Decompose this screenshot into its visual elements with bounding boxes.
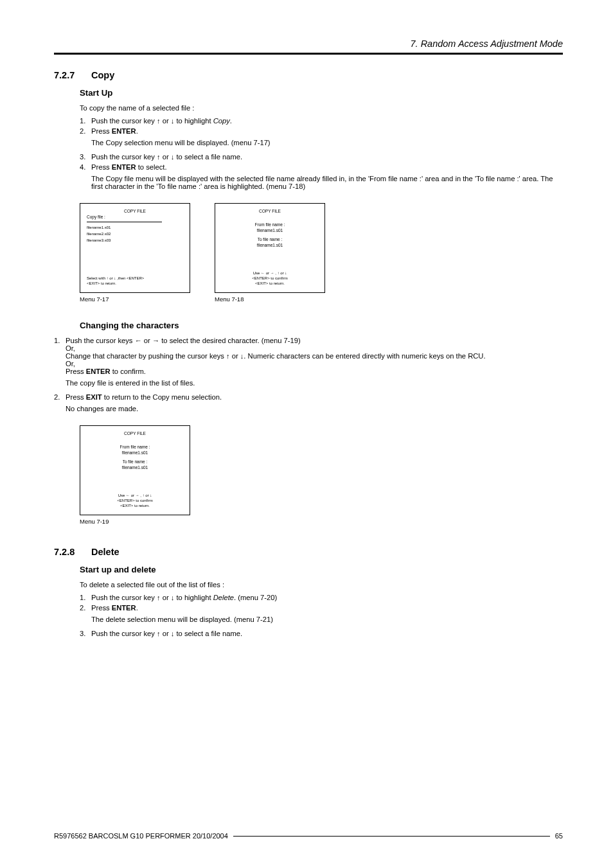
text: . [136, 127, 138, 135]
step-result: The copy file is entered in the list of … [66, 379, 563, 387]
text: Push the cursor key [91, 630, 157, 637]
intro-para: To copy the name of a selected file : [80, 104, 563, 112]
menu-footer: Select with ↑ or ↓ ,then <ENTER> <EXIT> … [80, 276, 190, 286]
step-text: Push the cursor key ↑ or ↓ to select a f… [91, 630, 563, 637]
text: Press [91, 127, 112, 135]
step-number: 1. [80, 594, 91, 601]
menu-caption: Menu 7-18 [215, 296, 325, 303]
text: Push the cursor key [91, 594, 157, 601]
step-number: 2. [80, 127, 91, 150]
menu-line: From file name : [87, 445, 183, 450]
step-text: Press ENTER to select. The Copy file men… [91, 163, 563, 194]
menu-frame: COPY FILE From file name : filename1.s01… [215, 203, 325, 293]
step-text: Press EXIT to return to the Copy menu se… [66, 393, 563, 416]
or: Or, [66, 360, 563, 368]
section-number: 7.2.8 [54, 547, 91, 557]
page: 7. Random Access Adjustment Mode 7.2.7 C… [0, 0, 613, 868]
step-number: 2. [80, 604, 91, 627]
text: or [161, 117, 171, 125]
menu-footer: Use ← or → , ↑ or ↓ <ENTER> to confirm <… [80, 493, 190, 508]
text: Change that character by pushing the cur… [66, 352, 226, 360]
menu-line: filename1.s01 [87, 225, 183, 230]
step-result: The Copy selection menu will be displaye… [91, 139, 563, 146]
text: or [142, 337, 152, 344]
menu-line: filename2.s02 [87, 231, 183, 236]
emphasis: Copy [213, 117, 230, 125]
section-title: Delete [91, 547, 120, 557]
section-title: Copy [91, 70, 114, 80]
menu-line: filename1.s01 [222, 243, 318, 249]
text: Push the cursor keys [66, 337, 135, 344]
strong: EXIT [86, 393, 102, 401]
page-footer: R5976562 BARCOSLM G10 PERFORMER 20/10/20… [54, 832, 563, 840]
text: to select. [136, 163, 167, 171]
text: Press [91, 163, 112, 171]
text: Press [66, 368, 86, 375]
text: . Numeric characters can be entered dire… [244, 352, 485, 360]
footer-left: R5976562 BARCOSLM G10 PERFORMER 20/10/20… [54, 832, 228, 840]
running-header: 7. Random Access Adjustment Mode [54, 39, 563, 49]
menu-footer: Use ← or → , ↑ or ↓ <ENTER> to confirm <… [215, 270, 324, 286]
step-number: 1. [54, 337, 66, 391]
menu-figures-row-2: COPY FILE From file name : filename1.s01… [80, 425, 563, 525]
menu-title: COPY FILE [87, 209, 183, 215]
text: Press [66, 393, 86, 401]
text: . [230, 117, 232, 125]
copy-steps: 1. Push the cursor key ↑ or ↓ to highlig… [80, 117, 563, 194]
strong: ENTER [86, 368, 111, 375]
right-arrow-icon: → [152, 337, 159, 344]
text: to highlight [174, 117, 213, 125]
menu-line: filename1.s01 [87, 450, 183, 456]
menu-line: filename1.s01 [222, 228, 318, 234]
menu-title: COPY FILE [222, 209, 318, 215]
step-result: The delete selection menu will be displa… [91, 616, 563, 623]
menu-line: filename1.s01 [87, 465, 183, 471]
subhead-start-up-delete: Start up and delete [80, 565, 563, 574]
step-text: Push the cursor key ↑ or ↓ to select a f… [91, 153, 563, 161]
step-number: 2. [54, 393, 66, 416]
text: to select the desired character. (menu 7… [159, 337, 301, 344]
text: or [230, 352, 240, 360]
changing-steps: 1. Push the cursor keys ← or → to select… [54, 337, 563, 416]
menu-line: Copy file : [87, 215, 183, 220]
step-text: Push the cursor keys ← or → to select th… [66, 337, 563, 391]
step-text: Press ENTER. The Copy selection menu wil… [91, 127, 563, 150]
menu-rule [87, 222, 162, 222]
menu-line: From file name : [222, 222, 318, 228]
left-arrow-icon: ← [135, 337, 142, 344]
text: to return to the Copy menu selection. [102, 393, 222, 401]
page-number: 65 [555, 832, 563, 840]
subhead-start-up: Start Up [80, 88, 563, 98]
step-result: The Copy file menu will be displayed wit… [91, 175, 563, 190]
step-number: 4. [80, 163, 91, 194]
step-number: 3. [80, 630, 91, 637]
text: Press [91, 604, 112, 612]
menu-frame: COPY FILE Copy file : filename1.s01 file… [80, 203, 190, 293]
menu-frame: COPY FILE From file name : filename1.s01… [80, 425, 190, 515]
step-text: Push the cursor key ↑ or ↓ to highlight … [91, 594, 563, 601]
menu-7-17: COPY FILE Copy file : filename1.s01 file… [80, 203, 190, 303]
text: Push the cursor key [91, 153, 157, 161]
text: to select a file name. [174, 153, 242, 161]
text: or [161, 153, 171, 161]
header-rule [54, 53, 563, 55]
delete-steps: 1. Push the cursor key ↑ or ↓ to highlig… [80, 594, 563, 637]
section-7-2-8-body: Start up and delete To delete a selected… [80, 565, 563, 637]
strong: ENTER [112, 604, 136, 612]
footer-rule [233, 836, 550, 837]
menu-7-18: COPY FILE From file name : filename1.s01… [215, 203, 325, 303]
text: or [161, 594, 171, 601]
emphasis: Delete [213, 594, 234, 601]
section-7-2-8-heading: 7.2.8 Delete [54, 547, 563, 557]
or: Or, [66, 344, 563, 352]
step-number: 3. [80, 153, 91, 161]
menu-caption: Menu 7-19 [80, 518, 190, 525]
menu-line: filename3.s03 [87, 238, 183, 243]
text: to confirm. [111, 368, 146, 375]
menu-7-19: COPY FILE From file name : filename1.s01… [80, 425, 190, 525]
strong: ENTER [112, 163, 136, 171]
step-text: Push the cursor key ↑ or ↓ to highlight … [91, 117, 563, 125]
intro-para: To delete a selected file out of the lis… [80, 581, 563, 589]
text: Push the cursor key [91, 117, 157, 125]
menu-figures-row: COPY FILE Copy file : filename1.s01 file… [80, 203, 563, 303]
